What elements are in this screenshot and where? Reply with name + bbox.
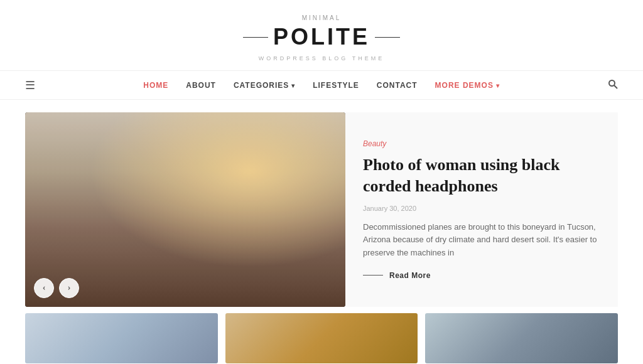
- nav-link-about[interactable]: ABOUT: [186, 81, 216, 90]
- navbar: ☰ HOME ABOUT CATEGORIES LIFESTYLE CONTAC…: [0, 71, 643, 100]
- logo-deco-left: [243, 37, 268, 38]
- nav-link-lifestyle[interactable]: LIFESTYLE: [313, 81, 359, 90]
- nav-item-categories[interactable]: CATEGORIES: [234, 81, 295, 90]
- logo-deco-right: [375, 37, 400, 38]
- site-title: POLITE: [273, 24, 370, 50]
- article-category: Beauty: [363, 139, 600, 148]
- svg-point-0: [609, 80, 615, 86]
- prev-arrow[interactable]: ‹: [34, 278, 54, 298]
- read-more-label: Read More: [389, 271, 431, 280]
- thumbnail-3[interactable]: [425, 313, 618, 363]
- read-more-link[interactable]: Read More: [363, 271, 600, 280]
- article-excerpt: Decommissioned planes are brought to thi…: [363, 221, 600, 260]
- nav-link-home[interactable]: HOME: [143, 81, 168, 90]
- search-icon[interactable]: [608, 79, 618, 92]
- bottom-thumbnails: [0, 313, 643, 364]
- featured-slider: ‹ ›: [25, 112, 345, 307]
- slider-arrows: ‹ ›: [34, 278, 79, 298]
- thumbnail-2[interactable]: [225, 313, 418, 363]
- nav-item-contact[interactable]: CONTACT: [377, 81, 418, 90]
- site-header: MINIMAL POLITE WORDPRESS BLOG THEME: [0, 0, 643, 71]
- nav-item-home[interactable]: HOME: [143, 81, 168, 90]
- article-date: January 30, 2020: [363, 205, 600, 212]
- nav-link-categories[interactable]: CATEGORIES: [234, 81, 295, 90]
- nav-item-about[interactable]: ABOUT: [186, 81, 216, 90]
- nav-item-more-demos[interactable]: MORE DEMOS: [435, 81, 500, 90]
- article-title: Photo of woman using black corded headph…: [363, 154, 600, 197]
- minimal-label: MINIMAL: [302, 14, 342, 21]
- svg-line-1: [614, 85, 617, 88]
- next-arrow[interactable]: ›: [59, 278, 79, 298]
- site-subtitle: WORDPRESS BLOG THEME: [259, 55, 384, 62]
- read-more-line: [363, 275, 383, 276]
- logo-line: POLITE: [0, 24, 643, 50]
- nav-link-contact[interactable]: CONTACT: [377, 81, 418, 90]
- nav-item-lifestyle[interactable]: LIFESTYLE: [313, 81, 359, 90]
- article-panel: Beauty Photo of woman using black corded…: [345, 112, 618, 307]
- hamburger-icon[interactable]: ☰: [25, 78, 35, 92]
- nav-links: HOME ABOUT CATEGORIES LIFESTYLE CONTACT …: [143, 81, 499, 90]
- nav-link-more-demos[interactable]: MORE DEMOS: [435, 81, 500, 90]
- main-content: ‹ › Beauty Photo of woman using black co…: [0, 100, 643, 313]
- thumbnail-1[interactable]: [25, 313, 218, 363]
